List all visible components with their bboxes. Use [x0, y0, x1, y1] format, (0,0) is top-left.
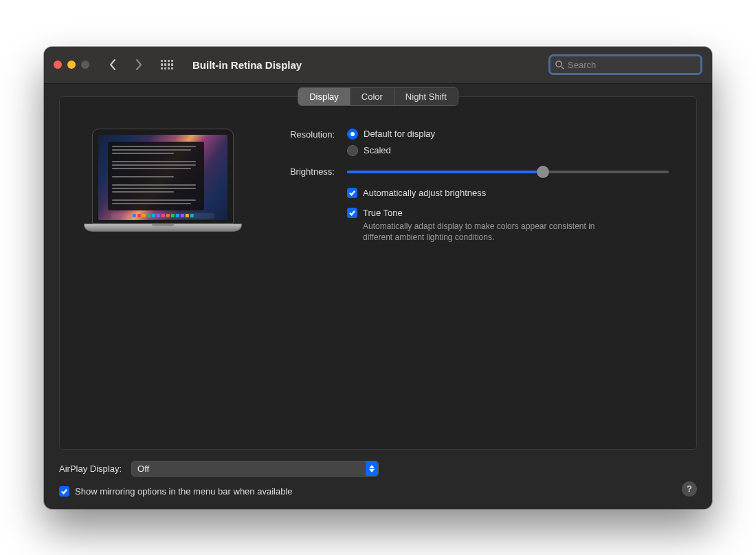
airplay-label: AirPlay Display:: [59, 464, 122, 474]
minimize-button[interactable]: [67, 61, 76, 69]
checkbox-icon: [347, 188, 357, 198]
svg-line-1: [562, 66, 564, 69]
resolution-options: Default for display Scaled: [347, 129, 669, 156]
search-field[interactable]: [548, 54, 702, 75]
tab-bar: Display Color Night Shift: [298, 87, 458, 106]
checkbox-icon: [347, 208, 357, 218]
tab-night-shift[interactable]: Night Shift: [394, 88, 458, 105]
zoom-button[interactable]: [81, 61, 89, 69]
preferences-window: Built-in Retina Display Display Color Ni…: [44, 47, 712, 509]
window-controls: [54, 61, 89, 69]
radio-label: Scaled: [364, 145, 391, 155]
search-input[interactable]: [568, 60, 696, 70]
checkbox-label: Show mirroring options in the menu bar w…: [75, 486, 293, 497]
display-preview: [80, 129, 245, 243]
tab-color[interactable]: Color: [351, 88, 394, 105]
checkbox-icon: [59, 486, 69, 497]
checkbox-label: True Tone: [363, 208, 403, 218]
checkbox-label: Automatically adjust brightness: [363, 188, 486, 198]
help-button[interactable]: ?: [682, 481, 697, 497]
slider-thumb[interactable]: [537, 166, 549, 178]
airplay-select[interactable]: Off: [131, 461, 379, 477]
resolution-label: Resolution:: [259, 129, 335, 140]
radio-icon: [347, 129, 358, 140]
svg-point-0: [556, 61, 562, 66]
tab-display[interactable]: Display: [298, 88, 351, 105]
select-stepper-icon: [366, 461, 378, 476]
brightness-label: Brightness:: [259, 166, 335, 177]
radio-label: Default for display: [364, 129, 435, 139]
close-button[interactable]: [54, 61, 62, 69]
content-area: Display Color Night Shift: [44, 84, 712, 509]
back-button[interactable]: [103, 55, 122, 74]
mirroring-checkbox[interactable]: Show mirroring options in the menu bar w…: [59, 486, 293, 497]
radio-icon: [347, 145, 358, 156]
settings-panel: Display Color Night Shift: [59, 96, 697, 450]
settings-form: Resolution: Default for display Scaled B…: [259, 129, 676, 243]
select-value: Off: [137, 464, 149, 474]
true-tone-helper: Automatically adapt display to make colo…: [347, 221, 601, 243]
footer: AirPlay Display: Off Show mirroring opti…: [59, 450, 697, 497]
resolution-default-radio[interactable]: Default for display: [347, 129, 669, 140]
forward-button[interactable]: [129, 55, 148, 74]
laptop-icon: [84, 129, 242, 232]
show-all-icon[interactable]: [158, 56, 176, 74]
true-tone-checkbox[interactable]: True Tone: [347, 208, 669, 218]
titlebar: Built-in Retina Display: [44, 47, 712, 84]
resolution-scaled-radio[interactable]: Scaled: [347, 145, 669, 156]
auto-brightness-checkbox[interactable]: Automatically adjust brightness: [347, 188, 669, 198]
brightness-slider[interactable]: [347, 166, 669, 178]
window-title: Built-in Retina Display: [192, 59, 302, 71]
search-icon: [555, 60, 565, 70]
